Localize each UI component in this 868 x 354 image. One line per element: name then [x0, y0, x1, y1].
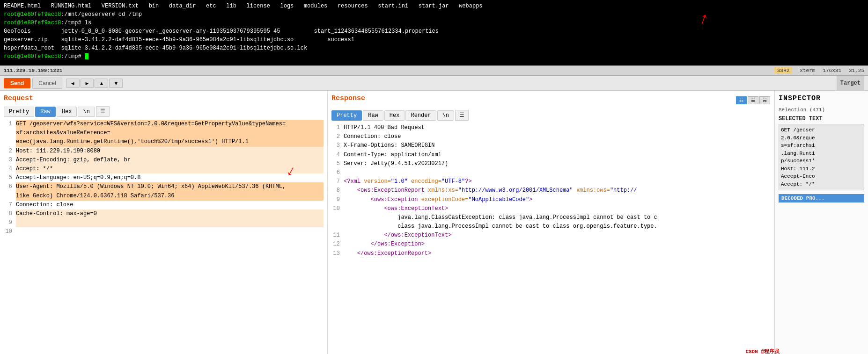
table-row: 4 Content-Type: application/xml	[331, 151, 770, 159]
view-grid-button[interactable]: ☷	[736, 96, 747, 104]
inspector-selection: Selection (471)	[779, 107, 864, 113]
view-compact-button[interactable]: ☵	[759, 96, 770, 104]
table-row: 6	[331, 168, 770, 177]
table-row: 2 Host: 111.229.19.199:8080	[4, 147, 324, 156]
table-row: 8 <ows:ExceptionReport xmlns:xs="http://…	[331, 186, 770, 195]
request-panel: Request Pretty Raw Hex \n ☰ 1 GET /geose…	[0, 91, 328, 354]
terminal-line-3: root@1e80fef9acd8:/tmp# ls	[4, 19, 864, 27]
main-content: Request Pretty Raw Hex \n ☰ 1 GET /geose…	[0, 91, 868, 354]
send-button[interactable]: Send	[4, 78, 30, 88]
terminal-line-7: root@1e80fef9acd8:/tmp#	[4, 52, 864, 61]
ip-address: 111.229.19.199:1221	[4, 68, 62, 73]
table-row: java.lang.ClassCastException: class java…	[331, 213, 770, 222]
resp-tab-pretty[interactable]: Pretty	[331, 110, 362, 121]
table-row: 8 Cache-Control: max-age=0	[4, 210, 324, 218]
terminal-line-1: README.html RUNNING.html VERSION.txt bin…	[4, 2, 864, 10]
nav-back-button[interactable]: ◄	[66, 79, 80, 88]
tab-newline[interactable]: \n	[78, 107, 95, 117]
response-header: Response ☷ ☰ ☵	[331, 94, 770, 106]
nav-up-button[interactable]: ▲	[95, 79, 108, 88]
tab-menu-icon[interactable]: ☰	[96, 106, 110, 117]
status-right: SSH2 xterm 176x31 31,25	[774, 67, 864, 74]
table-row: sf:archsites&valueReference=	[4, 129, 324, 137]
terminal-line-5: geoserver.zip sqlite-3.41.2.2-daf4d835-e…	[4, 36, 864, 44]
table-row: exec(java.lang.Runtime.getRuntime(),'tou…	[4, 137, 324, 146]
table-row: 2 Connection: close	[331, 132, 770, 141]
request-tabs: Pretty Raw Hex \n ☰	[4, 106, 324, 117]
table-row: 9	[4, 218, 324, 227]
inspector-title: INSPECTOR	[779, 94, 864, 102]
table-row: 3 Accept-Encoding: gzip, deflate, br	[4, 156, 324, 165]
decoded-label[interactable]: DECODED PRO...	[779, 194, 864, 202]
table-row: 10	[4, 227, 324, 236]
table-row: 3 X-Frame-Options: SAMEORIGIN	[331, 141, 770, 150]
resp-tab-render[interactable]: Render	[405, 110, 436, 121]
response-title: Response	[331, 94, 365, 102]
table-row: class java.lang.ProcessImpl cannot be ca…	[331, 222, 770, 231]
terminal-line-6: hsperfdata_root sqlite-3.41.2.2-daf4d835…	[4, 44, 864, 52]
ssh-label: SSH2	[774, 67, 792, 74]
nav-buttons: ◄ ► ▲ ▼	[66, 79, 123, 88]
response-tabs: Pretty Raw Hex Render \n ☰	[331, 110, 770, 121]
resp-tab-hex[interactable]: Hex	[384, 110, 405, 121]
table-row: 13 </ows:ExceptionReport>	[331, 249, 770, 258]
nav-forward-button[interactable]: ►	[81, 79, 94, 88]
terminal-line-4: GeoTools jetty-0_0_0_0-8080-geoserver-_g…	[4, 27, 864, 36]
tab-hex[interactable]: Hex	[57, 107, 77, 117]
table-row: 7 <?xml version="1.0" encoding="UTF-8"?>	[331, 177, 770, 186]
tab-raw[interactable]: Raw	[35, 107, 56, 117]
table-row: 4 Accept: */*	[4, 165, 324, 173]
table-row: 7 Connection: close	[4, 201, 324, 210]
cancel-button[interactable]: Cancel	[32, 78, 62, 89]
table-row: 1 HTTP/1.1 400 Bad Request	[331, 123, 770, 132]
tab-pretty[interactable]: Pretty	[4, 107, 34, 117]
table-row: 6 User-Agent: Mozilla/5.0 (Windows NT 10…	[4, 182, 324, 191]
toolbar: Send Cancel ◄ ► ▲ ▼ Target	[0, 76, 868, 91]
resp-tab-newline[interactable]: \n	[437, 110, 454, 121]
position: 31,25	[849, 68, 864, 73]
table-row: 9 <ows:Exception exceptionCode="NoApplic…	[331, 195, 770, 204]
inspector-panel: INSPECTOR Selection (471) SELECTED TEXT …	[774, 91, 868, 354]
table-row: 10 <ows:ExceptionText>	[331, 204, 770, 213]
nav-down-button[interactable]: ▼	[109, 79, 123, 88]
table-row: 12 </ows:Exception>	[331, 240, 770, 249]
terminal-line-2: root@1e80fef9acd8:/mnt/geoserver# cd /tm…	[4, 10, 864, 19]
target-label: Target	[837, 76, 864, 90]
terminal: README.html RUNNING.html VERSION.txt bin…	[0, 0, 868, 65]
dimensions: 176x31	[823, 68, 841, 73]
table-row: 5 Server: Jetty(9.4.51.v20230217)	[331, 159, 770, 168]
view-list-button[interactable]: ☰	[748, 96, 758, 104]
request-title: Request	[4, 94, 324, 102]
resp-tab-raw[interactable]: Raw	[363, 110, 383, 121]
table-row: 1 GET /geoserver/wfs?service=WFS&version…	[4, 120, 324, 129]
inspector-selected-text-title: SELECTED TEXT	[779, 116, 864, 122]
request-code: 1 GET /geoserver/wfs?service=WFS&version…	[4, 120, 324, 350]
resp-tab-menu[interactable]: ☰	[455, 110, 469, 121]
view-icons: ☷ ☰ ☵	[736, 96, 770, 104]
csdn-watermark: CSDN @程序员	[745, 348, 780, 354]
table-row: like Gecko) Chrome/124.0.6367.118 Safari…	[4, 192, 324, 201]
status-bar: 111.229.19.199:1221 SSH2 xterm 176x31 31…	[0, 65, 868, 76]
inspector-selected-text: GET /geoser2.0.0&reques=sf:archsi.lang.R…	[779, 124, 864, 190]
table-row: 5 Accept-Language: en-US;q=0.9,en;q=0.8	[4, 173, 324, 182]
table-row: 11 </ows:ExceptionText>	[331, 231, 770, 240]
response-panel: Response ☷ ☰ ☵ Pretty Raw Hex Render \n …	[328, 91, 774, 354]
response-code: 1 HTTP/1.1 400 Bad Request 2 Connection:…	[331, 123, 770, 350]
xterm-label: xterm	[800, 68, 815, 73]
